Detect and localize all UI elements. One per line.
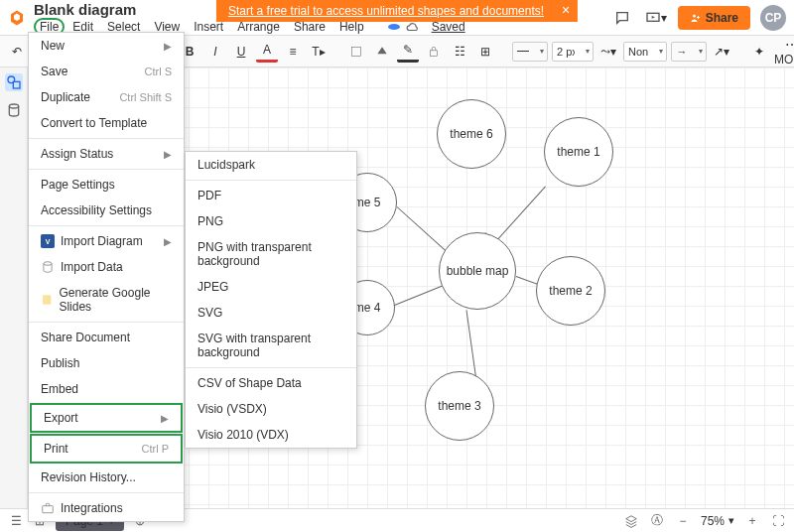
shape-options-icon[interactable]: ☷ xyxy=(449,41,470,63)
document-title[interactable]: Blank diagram xyxy=(34,1,136,18)
svg-rect-11 xyxy=(43,506,54,513)
zoom-in-icon[interactable]: + xyxy=(744,513,760,529)
cloud-icon xyxy=(406,20,420,34)
export-png-transparent[interactable]: PNG with transparent background xyxy=(186,234,356,274)
saved-label[interactable]: Saved xyxy=(426,18,471,36)
line-color-icon[interactable]: ✎ xyxy=(397,41,419,63)
app-logo-icon[interactable] xyxy=(8,9,26,27)
data-tab-icon[interactable] xyxy=(5,101,23,119)
connector-type-icon[interactable]: ⤳▾ xyxy=(597,41,619,63)
node-theme1[interactable]: theme 1 xyxy=(544,117,613,187)
node-theme3[interactable]: theme 3 xyxy=(425,371,494,441)
menu-insert[interactable]: Insert xyxy=(188,18,229,36)
zoom-out-icon[interactable]: − xyxy=(675,513,691,529)
svg-text:V: V xyxy=(46,238,51,245)
menu-arrange[interactable]: Arrange xyxy=(231,18,286,36)
menu-export[interactable]: Export▶ xyxy=(30,403,183,433)
italic-icon[interactable]: I xyxy=(204,41,226,63)
arrow-end-dropdown[interactable]: →▾ xyxy=(671,42,707,62)
component-icon[interactable]: ⊞ xyxy=(474,41,496,63)
line-style-dropdown[interactable]: ▾ xyxy=(512,42,548,62)
layers-icon[interactable] xyxy=(623,513,639,529)
user-avatar[interactable]: CP xyxy=(760,5,786,31)
shapes-tab-icon[interactable] xyxy=(5,73,23,91)
share-person-icon xyxy=(690,12,702,24)
menu-publish[interactable]: Publish xyxy=(29,350,184,376)
menu-print[interactable]: PrintCtrl P xyxy=(30,434,183,464)
menu-embed[interactable]: Embed xyxy=(29,376,184,402)
comments-icon[interactable] xyxy=(610,6,634,30)
menu-share[interactable]: Share xyxy=(288,18,331,36)
menu-accessibility-settings[interactable]: Accessibility Settings xyxy=(29,198,184,223)
menu-page-settings[interactable]: Page Settings xyxy=(29,172,184,198)
menu-import-data[interactable]: Import Data xyxy=(29,254,184,280)
fullscreen-icon[interactable]: ⛶ xyxy=(770,513,786,529)
svg-point-1 xyxy=(693,14,696,17)
briefcase-icon xyxy=(41,501,55,515)
export-pdf[interactable]: PDF xyxy=(186,183,356,208)
database-icon xyxy=(41,260,55,274)
node-theme2[interactable]: theme 2 xyxy=(536,256,605,326)
svg-rect-2 xyxy=(351,47,360,56)
menu-save[interactable]: SaveCtrl S xyxy=(29,59,184,84)
menu-share-document[interactable]: Share Document xyxy=(29,325,184,350)
menu-new[interactable]: New▶ xyxy=(29,33,184,59)
export-lucidspark[interactable]: Lucidspark xyxy=(186,152,356,178)
save-status: Saved xyxy=(388,18,471,36)
accessibility-icon[interactable]: Ⓐ xyxy=(649,513,665,529)
shape-lock-icon[interactable] xyxy=(423,41,445,63)
text-color-icon[interactable]: A xyxy=(256,41,278,63)
line-options-icon[interactable]: ↗▾ xyxy=(711,41,732,63)
arrow-start-dropdown[interactable]: ▾ xyxy=(623,42,667,62)
menu-duplicate[interactable]: DuplicateCtrl Shift S xyxy=(29,84,184,110)
export-jpeg[interactable]: JPEG xyxy=(186,274,356,300)
fill-color-icon[interactable] xyxy=(345,41,367,63)
svg-rect-10 xyxy=(43,295,51,304)
export-submenu: Lucidspark PDF PNG PNG with transparent … xyxy=(185,151,357,449)
share-label: Share xyxy=(706,11,738,25)
svg-rect-5 xyxy=(13,81,20,88)
left-rail xyxy=(0,67,28,508)
list-view-icon[interactable]: ☰ xyxy=(8,513,24,529)
export-svg-transparent[interactable]: SVG with transparent background xyxy=(186,326,356,365)
export-vdx[interactable]: Visio 2010 (VDX) xyxy=(186,422,356,448)
export-csv[interactable]: CSV of Shape Data xyxy=(186,370,356,396)
align-icon[interactable]: ≡ xyxy=(282,41,304,63)
svg-point-6 xyxy=(9,104,18,108)
svg-point-9 xyxy=(44,262,52,266)
menu-import-diagram[interactable]: VImport Diagram▶ xyxy=(29,228,184,254)
magic-icon[interactable]: ✦ xyxy=(748,41,770,63)
more-button[interactable]: ⋯MORE xyxy=(774,37,794,66)
slides-icon xyxy=(41,293,53,307)
menu-convert-template[interactable]: Convert to Template xyxy=(29,110,184,136)
underline-icon[interactable]: U xyxy=(230,41,252,63)
connector[interactable] xyxy=(392,284,448,307)
visio-icon: V xyxy=(41,234,55,248)
node-center[interactable]: bubble map xyxy=(439,232,516,310)
menu-integrations[interactable]: Integrations xyxy=(29,495,184,521)
menu-generate-slides: Generate Google Slides xyxy=(29,280,184,320)
undo-icon[interactable]: ↶ xyxy=(6,41,28,63)
connector[interactable] xyxy=(466,310,477,378)
zoom-level[interactable]: 75% ▾ xyxy=(701,514,734,528)
stroke-width-field[interactable]: ▾ xyxy=(552,42,594,62)
menu-revision-history[interactable]: Revision History... xyxy=(29,465,184,490)
file-menu-dropdown: New▶ SaveCtrl S DuplicateCtrl Shift S Co… xyxy=(28,32,185,522)
svg-rect-3 xyxy=(431,50,438,56)
present-icon[interactable]: ▾ xyxy=(644,6,668,30)
topbar: Blank diagram File Edit Select View Inse… xyxy=(0,0,794,36)
border-color-icon[interactable] xyxy=(371,41,393,63)
node-theme6[interactable]: theme 6 xyxy=(437,99,506,169)
share-button[interactable]: Share xyxy=(678,6,750,30)
save-status-dot-icon xyxy=(388,24,400,30)
export-svg[interactable]: SVG xyxy=(186,300,356,326)
export-png[interactable]: PNG xyxy=(186,208,356,234)
menu-assign-status[interactable]: Assign Status▶ xyxy=(29,141,184,167)
text-options-icon[interactable]: T▸ xyxy=(308,41,330,63)
export-vsdx[interactable]: Visio (VSDX) xyxy=(186,396,356,422)
menu-help[interactable]: Help xyxy=(333,18,370,36)
